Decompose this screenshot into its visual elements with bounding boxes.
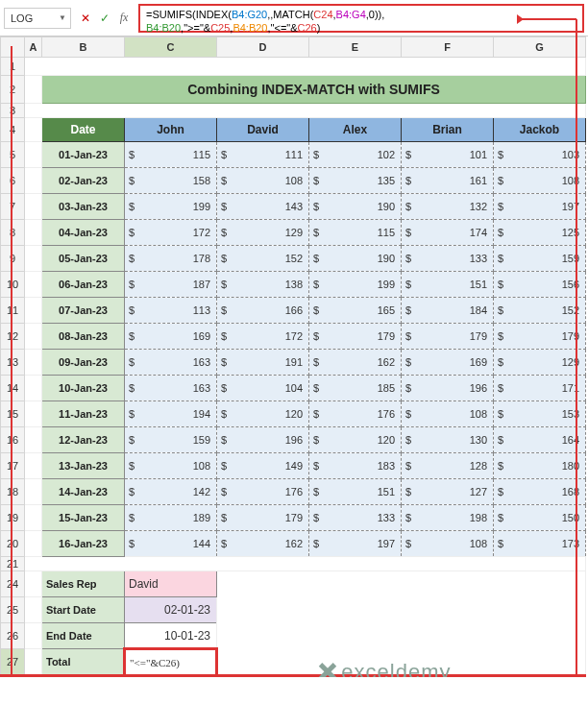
brand-logo: exceldemy EXCEL · DATA · TIPS xyxy=(317,658,473,677)
logo-text: exceldemy xyxy=(341,660,451,677)
logo-x-icon xyxy=(312,657,342,677)
annotation-arrow xyxy=(0,0,588,677)
